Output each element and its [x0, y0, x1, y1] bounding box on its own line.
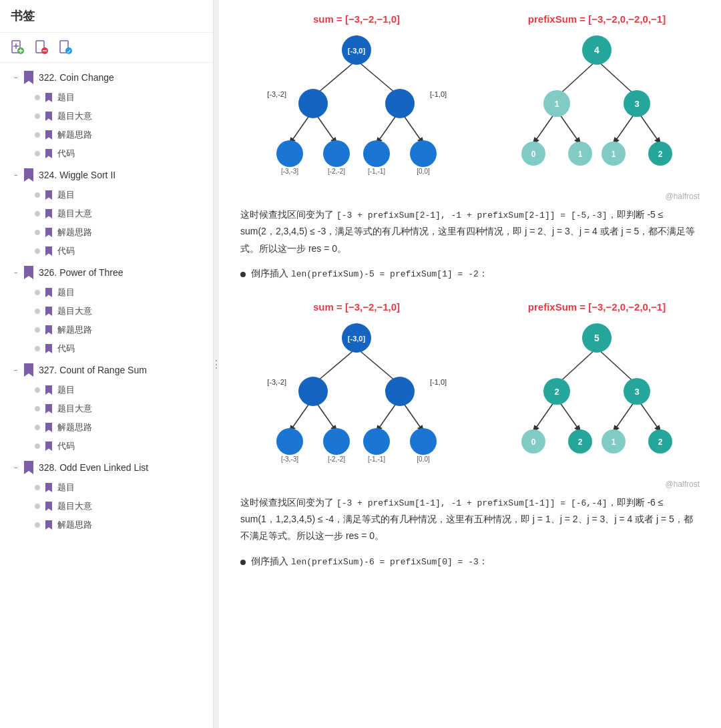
child-label: 解题思路 [57, 421, 92, 433]
sidebar-child-322-1[interactable]: 题目大意 [0, 107, 213, 126]
sidebar-child-327-3[interactable]: 代码 [0, 437, 213, 456]
sidebar-child-328-2[interactable]: 解题思路 [0, 516, 213, 534]
tree-group-326: − 326. Power of Three 题目 题目大意 解题思路 [0, 262, 213, 358]
collapse-icon-328[interactable]: − [11, 462, 21, 473]
svg-text:[0,0]: [0,0] [417, 456, 430, 463]
resize-handle[interactable] [214, 0, 219, 728]
child-label: 代码 [57, 245, 75, 257]
sidebar-child-327-0[interactable]: 题目 [0, 381, 213, 399]
sidebar-label-328: 328. Odd Even Linked List [39, 462, 148, 473]
sidebar-child-322-0[interactable]: 题目 [0, 88, 213, 107]
child-label: 题目 [57, 384, 75, 396]
tree-group-322: − 322. Coin Change 题目 题目大意 解题思路 [0, 67, 213, 163]
sidebar-child-322-3[interactable]: 代码 [0, 144, 213, 163]
bm-small-icon [45, 344, 52, 353]
svg-point-21 [276, 140, 303, 167]
sidebar-item-327[interactable]: − 327. Count of Range Sum [0, 359, 213, 381]
child-label: 代码 [57, 343, 75, 355]
sidebar-child-324-1[interactable]: 题目大意 [0, 204, 213, 223]
svg-point-63 [363, 428, 390, 455]
bookmark-icon-328 [24, 461, 33, 474]
sidebar-item-322[interactable]: − 322. Coin Change [0, 67, 213, 88]
svg-text:[-3,-3]: [-3,-3] [281, 168, 298, 175]
bm-small-icon [45, 288, 52, 297]
bm-small-icon [45, 190, 52, 200]
svg-text:[-2,-2]: [-2,-2] [328, 456, 345, 463]
sidebar-child-326-2[interactable]: 解题思路 [0, 321, 213, 339]
svg-text:3: 3 [634, 387, 639, 397]
svg-text:[-1,0]: [-1,0] [430, 90, 447, 98]
sidebar-child-326-1[interactable]: 题目大意 [0, 302, 213, 321]
sidebar-child-327-2[interactable]: 解题思路 [0, 418, 213, 437]
bm-small-icon [45, 93, 52, 102]
bullet-text-2: 倒序插入 len(prefixSum)-6 = prefixSum[0] = -… [251, 556, 488, 568]
svg-point-61 [276, 428, 303, 455]
svg-text:[0,0]: [0,0] [417, 168, 430, 175]
dot-icon [35, 132, 40, 138]
collapse-icon-327[interactable]: − [11, 365, 21, 375]
svg-text:2: 2 [578, 437, 583, 447]
svg-text:5: 5 [594, 333, 599, 343]
attribution-2: @halfrost [240, 480, 700, 489]
sidebar-child-324-0[interactable]: 题目 [0, 186, 213, 204]
sidebar-content: − 322. Coin Change 题目 题目大意 解题思路 [0, 63, 213, 728]
sidebar-child-328-0[interactable]: 题目 [0, 478, 213, 497]
svg-text:✓: ✓ [67, 49, 71, 55]
svg-line-73 [597, 348, 637, 385]
svg-text:[-2,-2]: [-2,-2] [328, 168, 345, 175]
bm-small-icon [45, 385, 52, 395]
svg-text:1: 1 [554, 99, 559, 109]
sidebar-child-322-2[interactable]: 解题思路 [0, 126, 213, 144]
svg-text:3: 3 [634, 99, 639, 109]
svg-text:[-3,-2]: [-3,-2] [267, 90, 286, 98]
text-block-1: 这时候查找区间变为了 [-3 + prefixSum[2-1], -1 + pr… [240, 206, 700, 257]
svg-line-33 [597, 60, 637, 97]
collapse-icon-322[interactable]: − [11, 72, 21, 83]
svg-point-64 [410, 428, 437, 455]
child-label: 题目大意 [57, 208, 92, 220]
dot-icon [35, 211, 40, 216]
svg-text:0: 0 [531, 437, 536, 447]
collapse-icon-324[interactable]: − [11, 170, 21, 180]
child-label: 题目 [57, 189, 75, 201]
sidebar-item-326[interactable]: − 326. Power of Three [0, 262, 213, 283]
dot-icon [35, 192, 40, 198]
left-tree-2: sum = [−3,−2,−1,0] [250, 301, 463, 472]
tree-group-324: − 324. Wiggle Sort II 题目 题目大意 解题思路 [0, 164, 213, 260]
bm-small-icon [45, 209, 52, 218]
bookmark-icon-322 [24, 71, 33, 84]
bm-small-icon [45, 520, 52, 530]
sidebar-item-328[interactable]: − 328. Odd Even Linked List [0, 457, 213, 478]
collapse-icon-326[interactable]: − [11, 267, 21, 278]
dot-icon [35, 504, 40, 509]
bm-small-icon [45, 441, 52, 451]
bm-small-icon [45, 325, 52, 335]
dot-icon [35, 309, 40, 314]
svg-text:[-1,-1]: [-1,-1] [368, 456, 385, 463]
sidebar-item-324[interactable]: − 324. Wiggle Sort II [0, 164, 213, 186]
sidebar-label-322: 322. Coin Change [39, 72, 114, 83]
sidebar-child-324-2[interactable]: 解题思路 [0, 223, 213, 242]
sidebar-label-326: 326. Power of Three [39, 267, 124, 278]
sidebar-child-328-1[interactable]: 题目大意 [0, 497, 213, 516]
delete-bookmark-button[interactable] [32, 38, 51, 57]
bm-small-icon [45, 228, 52, 237]
child-label: 题目大意 [57, 110, 92, 122]
bookmark-icon-327 [24, 363, 33, 377]
svg-line-72 [557, 348, 597, 385]
edit-bookmark-button[interactable]: ✓ [56, 38, 75, 57]
bm-small-icon [45, 502, 52, 511]
child-label: 代码 [57, 440, 75, 452]
sidebar-child-326-3[interactable]: 代码 [0, 339, 213, 358]
svg-text:1: 1 [612, 150, 616, 159]
dot-icon [35, 425, 40, 430]
dot-icon [35, 485, 40, 490]
svg-text:[-1,0]: [-1,0] [430, 378, 447, 386]
bm-small-icon [45, 307, 52, 316]
sidebar-label-324: 324. Wiggle Sort II [39, 170, 115, 180]
sidebar-child-326-0[interactable]: 题目 [0, 283, 213, 302]
child-label: 题目大意 [57, 500, 92, 512]
add-bookmark-button[interactable] [8, 38, 27, 57]
sidebar-child-324-3[interactable]: 代码 [0, 242, 213, 260]
sidebar-child-327-1[interactable]: 题目大意 [0, 399, 213, 418]
